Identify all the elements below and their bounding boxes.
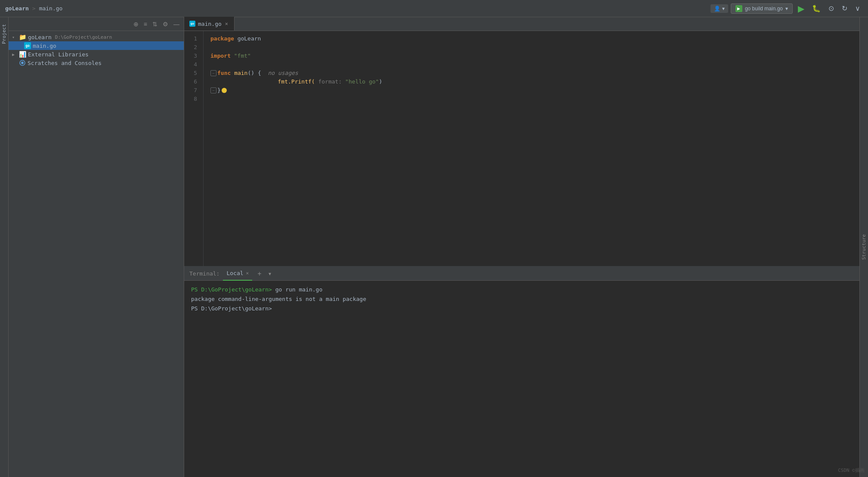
debug-button[interactable]: 🐛 <box>809 3 823 14</box>
title-bar: goLearn > main.go 👤 ▾ ▶ go build main.go… <box>0 0 868 17</box>
terminal-label: Terminal: <box>189 270 219 277</box>
golearn-path: D:\GoProject\goLearn <box>55 34 112 40</box>
closing-paren: ) <box>379 77 382 86</box>
maingo-label: main.go <box>33 43 56 49</box>
profile-dropdown-icon: ▾ <box>722 6 725 12</box>
terminal-line-1: PS D:\GoProject\goLearn> go run main.go <box>191 285 853 294</box>
coverage-button[interactable]: ⊙ <box>826 3 837 14</box>
terminal-tab-close[interactable]: ✕ <box>246 270 249 276</box>
tree-item-golearn[interactable]: ▾ 📁 goLearn D:\GoProject\goLearn <box>9 33 184 41</box>
update-button[interactable]: ↻ <box>839 3 850 14</box>
profile-icon: 👤 <box>714 6 720 12</box>
terminal-output-1: package command-line-arguments is not a … <box>191 296 366 302</box>
line-num-2: 2 <box>184 43 200 52</box>
code-line-1: package goLearn <box>210 34 853 43</box>
code-line-6: fmt.Printf( format: "hello go") <box>210 77 853 86</box>
svg-point-1 <box>21 62 24 64</box>
editor-section: go main.go ✕ 1 2 3 4 5 6 7 8 <box>184 17 859 266</box>
project-toolbar: ⊕ ≡ ⇅ ⚙ — <box>9 17 184 31</box>
line-num-6: 6 <box>184 77 200 86</box>
keyword-import: import <box>210 52 231 60</box>
scratch-icon <box>19 59 26 66</box>
import-fmt: "fmt" <box>234 52 251 60</box>
local-tab-label: Local <box>226 270 243 276</box>
tree-item-external-libs[interactable]: ▶ 📊 External Libraries <box>9 50 184 59</box>
more-button[interactable]: ∨ <box>853 3 863 14</box>
library-icon: 📊 <box>19 51 26 58</box>
title-separator: > <box>32 5 36 12</box>
right-side-panel: Structure <box>859 17 868 477</box>
bulb-icon[interactable] <box>222 88 227 93</box>
project-panel: ⊕ ≡ ⇅ ⚙ — ▾ 📁 goLearn D:\GoProject\goLea… <box>9 17 184 477</box>
terminal-content[interactable]: PS D:\GoProject\goLearn> go run main.go … <box>184 281 859 477</box>
settings-button[interactable]: ⚙ <box>161 20 170 28</box>
fmt-printf: fmt.Printf( <box>278 77 315 86</box>
structure-side-tab[interactable]: Structure <box>861 234 867 260</box>
project-side-tab[interactable]: Project <box>0 21 8 47</box>
tab-close-button[interactable]: ✕ <box>224 21 229 27</box>
tab-maingo-label: main.go <box>198 21 222 27</box>
package-name: goLearn <box>238 34 261 43</box>
code-editor[interactable]: 1 2 3 4 5 6 7 8 package goLearn <box>184 31 859 266</box>
line-num-5: 5 <box>184 69 200 77</box>
line-num-7: 7 <box>184 86 200 95</box>
collapse-all-button[interactable]: ≡ <box>142 20 149 28</box>
main-layout: Project ⊕ ≡ ⇅ ⚙ — ▾ 📁 goLearn D:\GoProje… <box>0 17 868 477</box>
run-button[interactable]: ▶ <box>795 2 807 15</box>
code-line-7: −} <box>210 86 853 95</box>
line-numbers: 1 2 3 4 5 6 7 8 <box>184 31 204 266</box>
code-line-3: import "fmt" <box>210 52 853 60</box>
code-line-4 <box>210 60 853 69</box>
terminal-prompt-1: PS D:\GoProject\goLearn> <box>191 305 272 312</box>
tree-item-maingo[interactable]: go main.go <box>9 41 184 50</box>
golearn-label: goLearn <box>28 34 52 40</box>
go-file-icon-main: go <box>24 42 31 49</box>
tree-item-scratches[interactable]: ▶ Scratches and Consoles <box>9 59 184 67</box>
terminal-cmd-1: PS D:\GoProject\goLearn> <box>191 286 275 293</box>
title-file: main.go <box>39 5 63 12</box>
go-run-icon: ▶ <box>735 5 742 12</box>
code-line-5: −func main() { no usages <box>210 69 853 77</box>
watermark: CSDN ©插画 <box>838 467 865 474</box>
terminal-tab-bar: Terminal: Local ✕ + ▾ <box>184 267 859 281</box>
terminal-local-tab[interactable]: Local ✕ <box>223 267 252 281</box>
tab-go-icon: go <box>189 21 195 27</box>
code-content[interactable]: package goLearn import "fmt" −func main(… <box>204 31 859 266</box>
run-config-button[interactable]: ▶ go build main.go ▾ <box>731 3 793 14</box>
code-line-2 <box>210 43 853 52</box>
scope-button[interactable]: ⊕ <box>132 20 140 28</box>
line-num-4: 4 <box>184 60 200 69</box>
tab-bar: go main.go ✕ <box>184 17 859 31</box>
closing-brace: } <box>217 86 221 95</box>
folder-icon-golearn: 📁 <box>19 34 26 40</box>
terminal-line-2: package command-line-arguments is not a … <box>191 294 853 304</box>
project-tree: ▾ 📁 goLearn D:\GoProject\goLearn go main… <box>9 31 184 477</box>
line-num-3: 3 <box>184 52 200 60</box>
external-libs-label: External Libraries <box>28 51 89 58</box>
sort-button[interactable]: ⇅ <box>151 20 159 28</box>
code-line-8 <box>210 95 853 103</box>
line-num-1: 1 <box>184 34 200 43</box>
run-config-label: go build main.go <box>745 6 783 12</box>
expand-arrow-golearn: ▾ <box>12 35 17 40</box>
string-hello: "hello go" <box>345 77 379 86</box>
terminal-dropdown-button[interactable]: ▾ <box>267 271 273 277</box>
fold-icon-7[interactable]: − <box>210 87 216 93</box>
editor-area: go main.go ✕ 1 2 3 4 5 6 7 8 <box>184 17 859 477</box>
param-hint-format: format: <box>318 77 342 86</box>
expand-arrow-extlibs: ▶ <box>12 52 17 57</box>
scratches-label: Scratches and Consoles <box>28 60 102 66</box>
title-bar-right: 👤 ▾ ▶ go build main.go ▾ ▶ 🐛 ⊙ ↻ ∨ <box>710 2 863 15</box>
keyword-package: package <box>210 34 234 43</box>
title-bar-left: goLearn > main.go <box>5 5 62 12</box>
bottom-panel: Terminal: Local ✕ + ▾ PS D:\GoProject\go… <box>184 266 859 477</box>
add-terminal-button[interactable]: + <box>256 270 263 278</box>
terminal-line-3: PS D:\GoProject\goLearn> <box>191 304 853 313</box>
line-num-8: 8 <box>184 95 200 103</box>
app-logo: goLearn <box>5 5 29 12</box>
terminal-cmd-text-1: go run main.go <box>275 286 323 293</box>
run-config-dropdown-icon: ▾ <box>785 6 788 12</box>
profile-button[interactable]: 👤 ▾ <box>710 4 728 13</box>
tab-maingo[interactable]: go main.go ✕ <box>184 17 235 31</box>
hide-panel-button[interactable]: — <box>172 20 181 28</box>
